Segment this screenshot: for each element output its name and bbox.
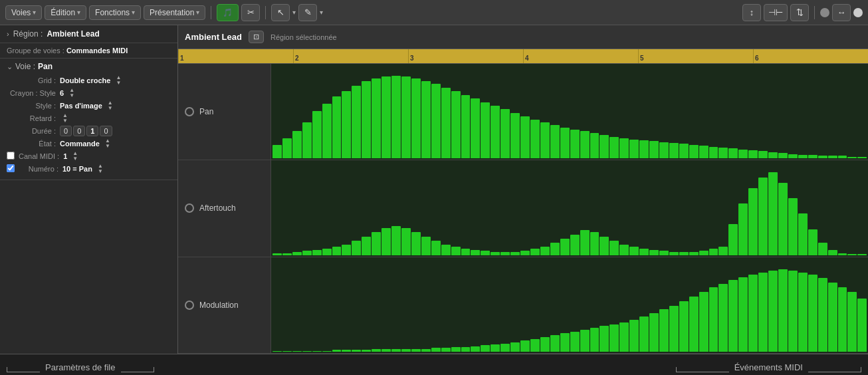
track-content-2[interactable] bbox=[271, 257, 868, 353]
up-down-btn[interactable]: ↕ bbox=[742, 4, 761, 21]
bar-1-12 bbox=[391, 226, 401, 255]
style-stepper[interactable]: ▲ ▼ bbox=[108, 100, 113, 111]
bar-0-38 bbox=[649, 141, 659, 158]
right-panel: Ambient Lead ⊡ Région sélectionnée 12345… bbox=[178, 25, 868, 354]
numero-stepper[interactable]: ▲ ▼ bbox=[98, 164, 103, 174]
bar-1-36 bbox=[629, 247, 639, 255]
etat-stepper[interactable]: ▲ ▼ bbox=[105, 138, 110, 149]
track-radio-0[interactable] bbox=[185, 107, 194, 116]
arrow-lr-btn[interactable]: ↔ bbox=[832, 4, 851, 21]
bar-2-44 bbox=[709, 287, 718, 352]
region-embed-btn[interactable]: ⊡ bbox=[249, 31, 264, 43]
bar-2-14 bbox=[411, 349, 421, 352]
retard-stepper[interactable]: ▲ ▼ bbox=[62, 113, 68, 124]
bar-0-22 bbox=[490, 106, 500, 158]
edition-menu[interactable]: Édition ▾ bbox=[45, 5, 86, 20]
bar-2-43 bbox=[699, 292, 708, 352]
duration-fields: 0 0 1 0 bbox=[60, 126, 112, 136]
bar-2-26 bbox=[530, 339, 540, 352]
style-down[interactable]: ▼ bbox=[108, 106, 113, 111]
bar-1-52 bbox=[788, 198, 798, 255]
bar-0-11 bbox=[381, 76, 391, 158]
bar-0-37 bbox=[639, 140, 649, 158]
bar-1-8 bbox=[352, 241, 361, 255]
crayon-down[interactable]: ▼ bbox=[69, 93, 74, 98]
bar-2-3 bbox=[302, 351, 312, 352]
bar-0-3 bbox=[302, 122, 312, 159]
bar-2-30 bbox=[570, 332, 580, 352]
presentation-menu[interactable]: Présentation ▾ bbox=[144, 5, 205, 20]
timeline-marker-1: 1 bbox=[178, 49, 293, 63]
track-radio-2[interactable] bbox=[185, 301, 194, 310]
region-collapse-icon[interactable]: › bbox=[7, 30, 9, 38]
pencil-chevron: ▾ bbox=[320, 9, 323, 16]
scissors-btn[interactable]: ✂ bbox=[241, 4, 260, 21]
bar-1-25 bbox=[520, 251, 530, 255]
region-prefix-label: Région : bbox=[13, 29, 43, 39]
voies-menu[interactable]: Voies ▾ bbox=[5, 5, 42, 20]
dot-control-1[interactable] bbox=[820, 8, 829, 17]
dur-3[interactable]: 0 bbox=[100, 126, 112, 136]
grid-stepper[interactable]: ▲ ▼ bbox=[116, 75, 121, 86]
bar-1-51 bbox=[778, 183, 788, 255]
track-radio-1[interactable] bbox=[185, 203, 194, 213]
fonctions-menu[interactable]: Fonctions ▾ bbox=[89, 5, 141, 20]
crayon-stepper[interactable]: ▲ ▼ bbox=[69, 88, 74, 98]
bar-2-2 bbox=[292, 351, 302, 352]
track-content-1[interactable] bbox=[271, 160, 868, 256]
bar-1-14 bbox=[411, 232, 421, 255]
dot-control-2[interactable] bbox=[853, 8, 863, 17]
canal-label: Canal MIDI : bbox=[19, 152, 63, 160]
bar-2-35 bbox=[619, 322, 629, 352]
etat-down[interactable]: ▼ bbox=[105, 144, 110, 149]
bar-2-6 bbox=[332, 350, 342, 352]
numero-checkbox[interactable] bbox=[7, 164, 15, 172]
bar-0-7 bbox=[342, 91, 351, 158]
bar-2-46 bbox=[728, 280, 738, 352]
bar-1-50 bbox=[768, 172, 778, 255]
canal-down[interactable]: ▼ bbox=[72, 156, 78, 162]
dur-0[interactable]: 0 bbox=[60, 126, 72, 136]
bar-0-44 bbox=[709, 147, 718, 159]
skip-btn[interactable]: ⊣⊢ bbox=[764, 4, 788, 21]
duree-value: 0 0 1 0 bbox=[60, 126, 112, 136]
duree-label: Durée : bbox=[7, 127, 60, 135]
voie-collapse-icon[interactable]: ⌄ bbox=[7, 62, 13, 71]
track-label-col-1: Aftertouch bbox=[178, 160, 271, 256]
bar-0-41 bbox=[679, 144, 689, 158]
bar-2-50 bbox=[768, 271, 778, 352]
grid-down[interactable]: ▼ bbox=[116, 80, 121, 86]
bar-2-53 bbox=[798, 273, 808, 352]
bar-1-55 bbox=[818, 243, 827, 255]
bar-0-28 bbox=[550, 125, 560, 159]
track-content-0[interactable] bbox=[271, 64, 868, 160]
arrow-tool[interactable]: ↖ bbox=[271, 4, 290, 21]
pencil-tool[interactable]: ✎ bbox=[298, 4, 317, 21]
bar-2-54 bbox=[808, 275, 817, 352]
bar-0-25 bbox=[520, 116, 530, 158]
bar-2-33 bbox=[599, 326, 609, 352]
bar-1-32 bbox=[590, 232, 599, 255]
canal-stepper[interactable]: ▲ ▼ bbox=[72, 151, 78, 162]
track-label-col-2: Modulation bbox=[178, 257, 271, 353]
canal-checkbox[interactable] bbox=[7, 152, 15, 160]
bar-1-58 bbox=[847, 254, 857, 255]
bar-2-47 bbox=[738, 277, 748, 352]
main-layout: › Région : Ambient Lead Groupe de voies … bbox=[0, 25, 868, 354]
align-btn[interactable]: ⇅ bbox=[790, 4, 809, 21]
bar-1-5 bbox=[322, 249, 332, 255]
grid-label: Grid : bbox=[7, 76, 60, 84]
bar-2-18 bbox=[451, 347, 461, 352]
bar-1-24 bbox=[510, 252, 520, 255]
midi-btn[interactable]: 🎵 bbox=[217, 4, 239, 21]
dur-1[interactable]: 0 bbox=[73, 126, 85, 136]
bar-2-34 bbox=[609, 324, 619, 352]
retard-down[interactable]: ▼ bbox=[62, 118, 68, 124]
bar-2-20 bbox=[471, 346, 480, 352]
bar-0-32 bbox=[590, 133, 599, 158]
bar-1-19 bbox=[461, 249, 471, 255]
dur-2[interactable]: 1 bbox=[86, 126, 98, 136]
left-panel: › Région : Ambient Lead Groupe de voies … bbox=[0, 25, 178, 354]
numero-down[interactable]: ▼ bbox=[98, 169, 103, 174]
crayon-row: Crayon : Style 6 ▲ ▼ bbox=[7, 88, 171, 98]
